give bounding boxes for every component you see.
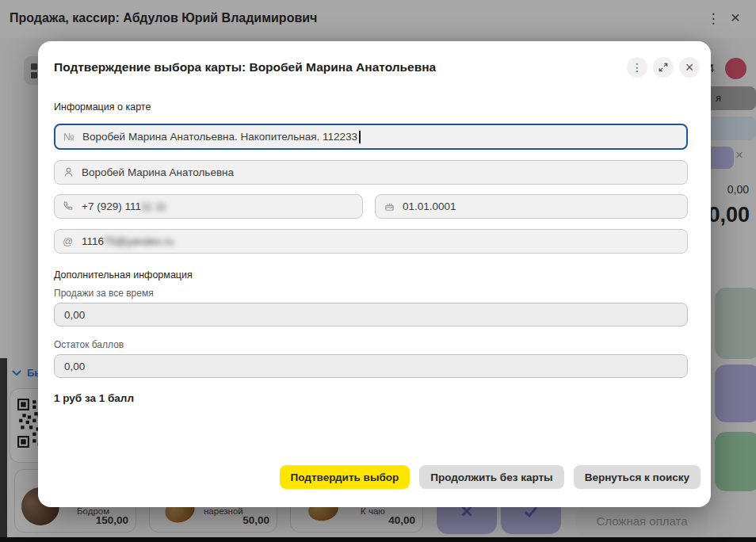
card-info-section-label: Информация о карте (54, 101, 688, 113)
phone-value-masked: 11 11 (141, 200, 166, 212)
text-cursor (359, 131, 361, 143)
email-at-icon: @ (63, 235, 82, 247)
dialog-menu-icon[interactable]: ⋮ (627, 57, 647, 78)
email-value: 1116 (82, 235, 104, 247)
continue-without-card-button[interactable]: Продолжить без карты (419, 465, 563, 489)
dialog-title: Подтверждение выбора карты: Воробей Мари… (54, 57, 621, 78)
dialog-close-icon[interactable]: × (679, 57, 700, 78)
person-icon (63, 166, 82, 178)
card-input-value: Воробей Марина Анатольевна. Накопительна… (82, 131, 357, 143)
birthdate-value: 01.01.0001 (403, 200, 456, 212)
card-confirmation-dialog: Подтверждение выбора карты: Воробей Мари… (38, 41, 711, 507)
dialog-body: Информация о карте № Воробей Марина Анат… (38, 101, 711, 404)
dialog-footer: Подтвердить выбор Продолжить без карты В… (280, 465, 701, 489)
confirm-selection-button[interactable]: Подтвердить выбор (280, 465, 410, 489)
card-input[interactable]: № Воробей Марина Анатольевна. Накопитель… (54, 124, 688, 150)
email-input[interactable]: @ 1116 75@yandex.ru (54, 229, 688, 254)
card-number-icon: № (63, 131, 82, 143)
points-balance-field: 0,00 (54, 354, 688, 378)
phone-input[interactable]: +7 (929) 111 11 11 (54, 194, 363, 219)
back-to-search-button[interactable]: Вернуться к поиску (574, 465, 701, 489)
phone-icon (63, 200, 82, 212)
screen: Продажа, кассир: Абдулов Юрий Владимиров… (0, 0, 756, 542)
expand-icon (659, 63, 668, 72)
additional-info-section-label: Дополнительная информация (54, 269, 688, 281)
birthdate-input[interactable]: 01.01.0001 (375, 194, 688, 219)
points-rate-text: 1 руб за 1 балл (54, 392, 688, 404)
birthday-cake-icon (384, 200, 403, 212)
phone-value: +7 (929) 111 (82, 200, 141, 212)
email-value-masked: 75@yandex.ru (104, 235, 174, 247)
lifetime-sales-value: 0,00 (64, 309, 85, 321)
points-balance-label: Остаток баллов (54, 339, 688, 350)
holder-name-input[interactable]: Воробей Марина Анатольевна (54, 160, 688, 185)
dialog-header: Подтверждение выбора карты: Воробей Мари… (38, 41, 711, 78)
dialog-expand-icon[interactable] (653, 57, 674, 78)
lifetime-sales-field: 0,00 (54, 303, 688, 326)
lifetime-sales-label: Продажи за все время (54, 288, 688, 299)
points-balance-value: 0,00 (64, 361, 85, 372)
holder-name-value: Воробей Марина Анатольевна (82, 166, 234, 178)
